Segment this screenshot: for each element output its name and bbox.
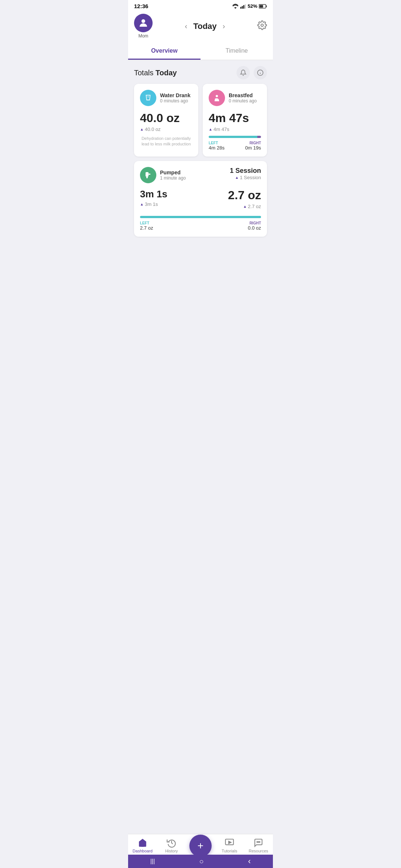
next-button[interactable]: › [223,22,225,30]
wifi-icon [232,4,239,9]
tabs: Overview Timeline [128,43,273,60]
svg-rect-2 [243,5,244,9]
breastfed-progress-left [209,136,257,138]
pumped-duration-delta: ▲ 3m 1s [140,201,167,207]
pumped-duration-value: 3m 1s [140,188,167,200]
settings-button[interactable] [257,20,267,32]
totals-title: Totals Today [134,69,177,77]
pumped-progress-bar [140,216,261,218]
status-bar: 12:36 52% [128,0,273,11]
breastfed-progress-bar [209,136,261,138]
svg-point-8 [141,24,143,26]
svg-point-9 [261,24,264,26]
prev-button[interactable]: ‹ [185,22,188,30]
avatar-label: Mom [138,33,149,39]
gear-icon [257,20,267,30]
pumped-card-header: Pumped 1 minute ago 1 Session ▲ 1 Sessio… [140,167,261,183]
signal-icon [240,4,246,9]
status-time: 12:36 [134,3,148,9]
tab-timeline[interactable]: Timeline [200,43,273,60]
water-card-note: Dehydration can potentially lead to less… [140,136,192,147]
header-action-icons [237,66,267,79]
breastfed-icon [209,90,225,106]
mom-avatar-icon [138,18,149,28]
pumped-sessions-arrow: ▲ [235,175,239,180]
nav-title: Today [193,22,216,31]
bell-button[interactable] [237,66,250,79]
water-glass-icon [144,94,152,102]
pumped-card[interactable]: Pumped 1 minute ago 1 Session ▲ 1 Sessio… [134,161,267,237]
svg-rect-17 [146,172,149,177]
svg-rect-3 [245,4,246,9]
avatar[interactable] [134,14,153,32]
pumped-left-label: LEFT 2.7 oz [140,221,153,231]
status-icons: 52% [232,3,267,9]
breastfed-card-delta: ▲ 4m 47s [209,126,261,132]
breastfed-card-header: Breastfed 0 minutes ago [209,90,261,106]
svg-rect-0 [240,7,241,9]
breastfed-delta-arrow: ▲ [209,127,212,131]
breastfed-right-label: RIGHT 0m 19s [245,141,261,151]
info-icon [257,69,264,76]
pumped-right-label: RIGHT 0.0 oz [248,221,261,231]
main-content: Totals Today [128,60,273,278]
totals-header: Totals Today [134,66,267,79]
water-card-delta: ▲ 40.0 oz [140,126,192,132]
water-icon [140,90,156,106]
breastfed-card[interactable]: Breastfed 0 minutes ago 4m 47s ▲ 4m 47s … [203,84,267,157]
pumped-oz-value: 2.7 oz [228,188,261,202]
breastfed-card-title: Breastfed [229,92,257,98]
breastfed-card-time: 0 minutes ago [229,98,257,103]
breastfed-progress-right [257,136,261,138]
battery-icon [259,4,267,9]
app-header: Mom ‹ Today › [128,11,273,43]
bell-icon [240,69,247,76]
pumped-card-title: Pumped [160,170,226,175]
pumped-dur-arrow: ▲ [140,202,144,206]
pumped-oz-arrow: ▲ [243,204,247,208]
nav-center: ‹ Today › [185,22,225,31]
pumped-card-body: 3m 1s ▲ 3m 1s 2.7 oz ▲ 2.7 oz [140,188,261,212]
pumped-oz: 2.7 oz ▲ 2.7 oz [228,188,261,212]
svg-rect-14 [147,96,149,97]
breastfed-left-label: LEFT 4m 28s [209,141,225,151]
pumped-oz-delta: ▲ 2.7 oz [228,204,261,209]
tab-overview[interactable]: Overview [128,43,200,60]
svg-rect-18 [149,174,150,175]
breastfed-progress-labels: LEFT 4m 28s RIGHT 0m 19s [209,141,261,151]
battery-text: 52% [248,3,257,9]
pumped-duration: 3m 1s ▲ 3m 1s [140,188,167,210]
svg-rect-1 [242,6,243,9]
avatar-container[interactable]: Mom [134,14,153,39]
pumped-progress-left [140,216,261,218]
breastfed-card-value: 4m 47s [209,111,261,125]
water-card[interactable]: Water Drank 0 minutes ago 40.0 oz ▲ 40.0… [134,84,198,157]
svg-point-15 [216,95,218,97]
svg-point-19 [147,178,147,178]
water-delta-arrow: ▲ [140,127,144,131]
svg-point-16 [215,98,217,100]
pumped-icon [140,167,156,183]
pump-symbol-icon [144,171,153,180]
water-card-time: 0 minutes ago [160,98,190,103]
svg-point-7 [141,19,145,23]
water-card-header: Water Drank 0 minutes ago [140,90,192,106]
breastfed-symbol-icon [212,93,221,102]
pumped-sessions: 1 Session [230,167,261,175]
water-card-title: Water Drank [160,92,190,98]
pumped-sessions-delta: ▲ 1 Session [230,175,261,180]
svg-rect-6 [260,5,263,7]
svg-rect-5 [266,5,267,7]
pumped-progress-labels: LEFT 2.7 oz RIGHT 0.0 oz [140,221,261,231]
water-card-value: 40.0 oz [140,111,192,125]
info-button[interactable] [254,66,267,79]
pumped-card-time: 1 minute ago [160,175,226,181]
top-cards-grid: Water Drank 0 minutes ago 40.0 oz ▲ 40.0… [134,84,267,157]
